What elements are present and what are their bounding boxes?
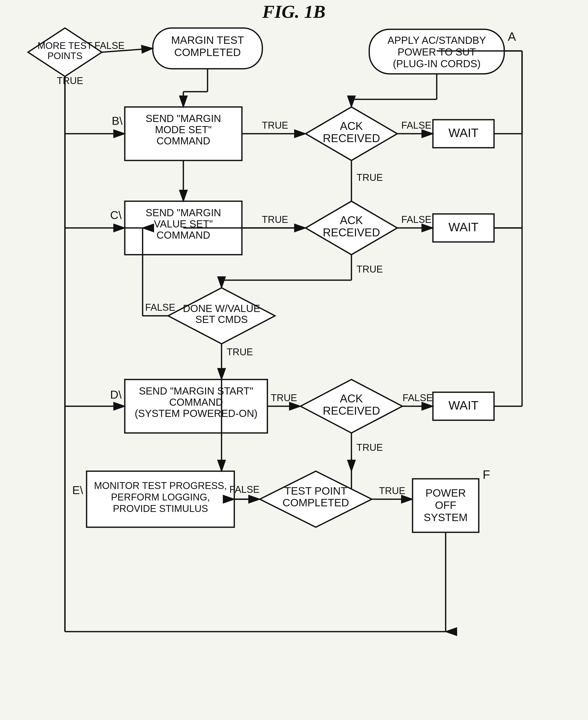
send-margin-mode-text-2: MODE SET"	[155, 124, 212, 135]
send-margin-mode-text-1: SEND "MARGIN	[146, 113, 221, 124]
label-a: A	[508, 30, 516, 43]
send-margin-value-text-3: COMMAND	[156, 230, 210, 241]
label-b: B\	[112, 114, 123, 127]
label-c: C\	[110, 209, 122, 221]
power-off-text-1: POWER	[425, 487, 466, 499]
true-label-done: TRUE	[227, 347, 253, 357]
send-margin-start-text-3: (SYSTEM POWERED-ON)	[135, 408, 257, 419]
send-margin-start-text-1: SEND "MARGIN START"	[139, 385, 253, 397]
test-point-text-2: COMPLETED	[282, 496, 349, 509]
ack-received-3-text-2: RECEIVED	[323, 404, 380, 417]
true-label-ack2: TRUE	[357, 264, 383, 275]
wait-2-text: WAIT	[448, 220, 479, 234]
true-label-value: TRUE	[262, 214, 288, 225]
true-label-start: TRUE	[271, 393, 297, 403]
true-label-more-test: TRUE	[57, 76, 83, 86]
label-f: F	[483, 468, 490, 481]
power-off-text-3: SYSTEM	[424, 511, 468, 523]
svg-rect-0	[0, 0, 588, 720]
true-label-ack1-down: TRUE	[357, 172, 383, 183]
apply-power-text-2: POWER TO SUT	[398, 46, 476, 58]
ack-received-2-text-1: ACK	[340, 214, 363, 227]
true-label-testpoint: TRUE	[379, 485, 405, 496]
false-label-done: FALSE	[145, 302, 175, 313]
margin-test-completed-text-1: MARGIN TEST	[171, 34, 244, 46]
send-margin-start-text-2: COMMAND	[169, 397, 223, 408]
true-label-ack3: TRUE	[357, 442, 383, 453]
fig-title: FIG. 1B	[262, 2, 326, 22]
false-label-ack1: FALSE	[401, 120, 432, 131]
ack-received-1-text-2: RECEIVED	[323, 132, 380, 144]
monitor-test-text-2: PERFORM LOGGING,	[111, 492, 210, 503]
false-label-ack2: FALSE	[401, 214, 432, 225]
page: FIG. 1B APPLY AC/STANDBY POWER TO SUT (P…	[0, 0, 588, 720]
false-label-more-test: FALSE	[94, 40, 125, 51]
more-test-points-text-2: POINTS	[47, 51, 83, 61]
false-label-testpoint: FALSE	[229, 484, 259, 495]
monitor-test-text-1: MONITOR TEST PROGRESS,	[94, 480, 227, 491]
test-point-text-1: TEST POINT	[285, 485, 348, 497]
send-margin-value-text-1: SEND "MARGIN	[146, 207, 221, 218]
label-d: D\	[110, 388, 122, 401]
more-test-points-text-1: MORE TEST	[38, 41, 92, 51]
label-e: E\	[72, 484, 83, 496]
power-off-text-2: OFF	[435, 499, 456, 511]
send-margin-mode-text-3: COMMAND	[156, 135, 210, 146]
false-label-ack3: FALSE	[403, 393, 433, 403]
apply-power-text-3: (PLUG-IN CORDS)	[393, 58, 481, 69]
wait-3-text: WAIT	[448, 399, 479, 412]
true-label-mode: TRUE	[262, 120, 288, 131]
done-value-text-1: DONE W/VALUE	[183, 303, 260, 314]
ack-received-2-text-2: RECEIVED	[323, 226, 380, 239]
monitor-test-text-3: PROVIDE STIMULUS	[113, 503, 208, 514]
apply-power-text-1: APPLY AC/STANDBY	[387, 35, 486, 46]
margin-test-completed-text-2: COMPLETED	[174, 46, 240, 58]
done-value-text-2: SET CMDS	[195, 314, 248, 325]
ack-received-1-text-1: ACK	[340, 120, 363, 132]
ack-received-3-text-1: ACK	[340, 392, 363, 405]
wait-1-text: WAIT	[448, 126, 479, 140]
